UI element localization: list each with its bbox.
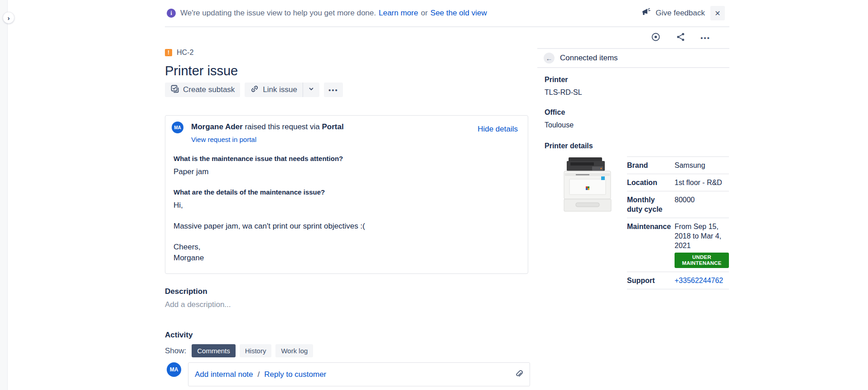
printer-details-table: Brand Samsung Location 1st floor - R&D M…	[627, 156, 729, 289]
reporter-name: Morgane Ader	[191, 122, 243, 131]
answer-text: Cheers,	[174, 242, 518, 253]
link-issue-label: Link issue	[263, 85, 297, 94]
close-banner-button[interactable]: ✕	[710, 6, 725, 20]
under-maintenance-badge: UNDER MAINTENANCE	[675, 253, 729, 268]
link-issue-dropdown-button[interactable]	[303, 83, 319, 97]
app-root: › i We're updating the issue view to hel…	[0, 0, 868, 390]
learn-more-link[interactable]: Learn more	[379, 9, 418, 18]
comment-links-separator: /	[258, 370, 260, 379]
table-row: Brand Samsung	[627, 156, 729, 174]
printer-image	[563, 156, 612, 214]
panel-more-button[interactable]: •••	[699, 34, 711, 42]
table-row: Location 1st floor - R&D	[627, 174, 729, 191]
printer-field-label: Printer	[545, 76, 729, 84]
expand-sidebar-button[interactable]: ›	[3, 12, 14, 24]
request-channel: Portal	[322, 122, 344, 131]
more-icon: •••	[700, 34, 710, 41]
row-label: Maintenance	[627, 222, 675, 268]
chevron-down-icon	[308, 85, 315, 95]
raised-via-text: raised this request via	[245, 122, 319, 131]
office-field-label: Office	[545, 108, 729, 117]
row-label: Monthly duty cycle	[627, 195, 675, 214]
link-issue-button-group: Link issue	[245, 83, 319, 97]
row-value: Samsung	[675, 161, 729, 170]
eye-icon	[651, 32, 661, 44]
info-icon: i	[167, 9, 176, 18]
megaphone-icon	[641, 7, 651, 19]
printer-details-block: Brand Samsung Location 1st floor - R&D M…	[563, 156, 729, 289]
chevron-right-icon: ›	[8, 15, 10, 21]
add-internal-note-link[interactable]: Add internal note	[195, 370, 253, 379]
activity-label: Activity	[165, 331, 530, 340]
table-row: Maintenance From Sep 15, 2018 to Mar 4, …	[627, 218, 729, 272]
banner-actions: Give feedback ✕	[641, 0, 725, 26]
back-arrow-icon: ←	[546, 55, 553, 62]
row-value: +33562244762	[675, 276, 729, 285]
close-icon: ✕	[714, 10, 720, 17]
banner-message: We're updating the issue view to help yo…	[180, 9, 376, 18]
table-row: Monthly duty cycle 80000	[627, 191, 729, 218]
more-actions-button[interactable]: •••	[324, 83, 343, 97]
request-details-card: MA Morgane Ader raised this request via …	[165, 115, 528, 274]
issue-title[interactable]: Printer issue	[165, 63, 530, 79]
comment-input[interactable]: Add internal note / Reply to customer	[188, 362, 530, 386]
tab-history[interactable]: History	[240, 344, 272, 357]
attachment-icon[interactable]	[514, 369, 523, 380]
printer-details-label: Printer details	[545, 142, 729, 150]
table-row: Support +33562244762	[627, 272, 729, 289]
share-button[interactable]	[675, 31, 687, 44]
row-value: From Sep 15, 2018 to Mar 4, 2021 UNDER M…	[675, 222, 729, 268]
question-text: What are the details of the maintenance …	[174, 188, 518, 196]
maintenance-dates: From Sep 15, 2018 to Mar 4, 2021	[675, 223, 721, 249]
question-text: What is the maintenance issue that needs…	[174, 155, 518, 162]
update-banner: i We're updating the issue view to help …	[0, 0, 868, 26]
issue-key-row: ! HC-2	[165, 49, 530, 57]
support-phone-link[interactable]: +33562244762	[675, 277, 723, 284]
issue-toolbar: Create subtask Link issue	[165, 83, 530, 97]
link-icon	[250, 84, 259, 96]
banner-message-group: i We're updating the issue view to help …	[167, 0, 487, 26]
panel-action-icons: •••	[537, 27, 729, 48]
row-value: 1st floor - R&D	[675, 178, 729, 187]
watch-button[interactable]	[650, 31, 662, 44]
issue-type-icon[interactable]: !	[165, 49, 172, 56]
left-sidebar-rail	[0, 0, 8, 390]
answer-text: Morgane	[174, 253, 518, 263]
link-issue-button[interactable]: Link issue	[245, 83, 303, 97]
answer-text: Massive paper jam, wa can't print our sp…	[174, 221, 518, 232]
request-questions: What is the maintenance issue that needs…	[174, 155, 518, 263]
activity-filter-row: Show: Comments History Work log	[165, 344, 530, 357]
issue-key[interactable]: HC-2	[177, 49, 193, 57]
comment-row: MA Add internal note / Reply to customer	[165, 362, 530, 386]
view-request-in-portal-link[interactable]: View request in portal	[191, 136, 256, 143]
back-button[interactable]: ←	[544, 53, 555, 63]
give-feedback-button[interactable]: Give feedback	[641, 7, 705, 19]
printer-field-value: TLS-RD-SL	[545, 88, 729, 97]
description-placeholder[interactable]: Add a description...	[165, 300, 530, 309]
reply-to-customer-link[interactable]: Reply to customer	[264, 370, 326, 379]
tab-comments[interactable]: Comments	[192, 344, 236, 357]
row-label: Support	[627, 276, 675, 285]
connected-items-panel: ••• ← Connected items Printer TLS-RD-SL …	[537, 27, 729, 289]
banner-or-text: or	[421, 9, 428, 18]
hide-details-link[interactable]: Hide details	[477, 125, 518, 134]
description-label: Description	[165, 287, 530, 296]
subtask-icon	[170, 84, 179, 96]
row-value: 80000	[675, 195, 729, 214]
current-user-avatar[interactable]: MA	[167, 362, 181, 377]
reporter-avatar[interactable]: MA	[172, 122, 183, 133]
share-icon	[675, 32, 686, 44]
create-subtask-button[interactable]: Create subtask	[165, 83, 240, 97]
see-old-view-link[interactable]: See the old view	[430, 9, 487, 18]
tab-work-log[interactable]: Work log	[275, 344, 313, 357]
raised-request-line: Morgane Ader raised this request via Por…	[191, 122, 344, 132]
office-field-value: Toulouse	[545, 121, 729, 129]
connected-items-header: ← Connected items	[537, 49, 729, 67]
panel-divider	[537, 67, 729, 68]
answer-text: Hi,	[174, 200, 518, 211]
row-label: Location	[627, 178, 675, 187]
create-subtask-label: Create subtask	[183, 85, 235, 94]
more-icon: •••	[328, 87, 338, 93]
give-feedback-label: Give feedback	[656, 9, 705, 18]
connected-items-title: Connected items	[560, 54, 618, 63]
